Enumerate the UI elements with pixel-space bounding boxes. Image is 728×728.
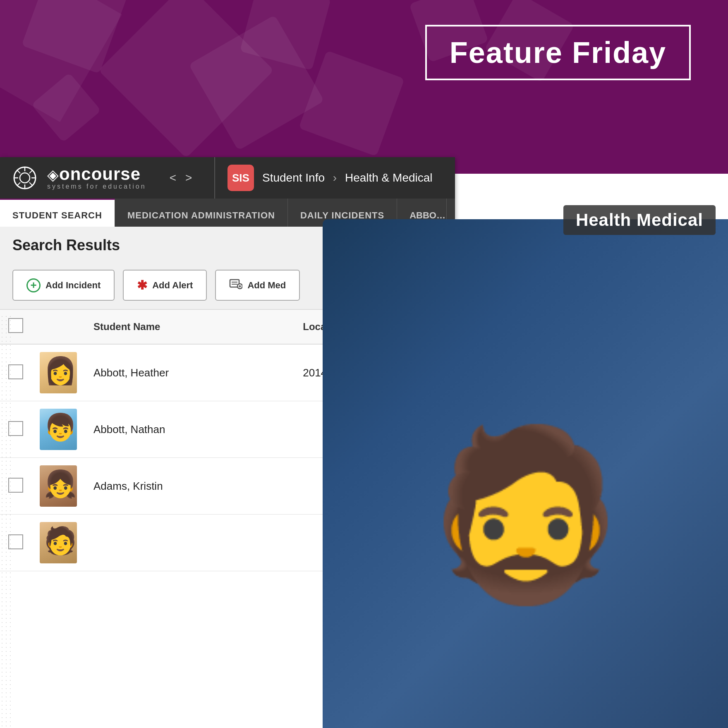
student-name[interactable]: Adams, Kristin [85,458,295,515]
breadcrumb: Student Info › Health & Medical [262,171,433,184]
svg-line-8 [29,170,32,173]
local-id: 201415213 [295,344,455,401]
svg-point-1 [20,173,30,183]
breadcrumb-section: SIS Student Info › Health & Medical [215,165,455,191]
med-icon [229,277,242,293]
add-alert-button[interactable]: ✱ Add Alert [123,270,207,301]
logo-icon [12,165,37,190]
local-id [295,401,455,458]
tab-daily-incidents[interactable]: DAILY INCIDENTS [288,199,397,227]
nav-bar: ◈oncourse systems for education < > SIS … [0,157,455,199]
logo-section: ◈oncourse systems for education < > [0,157,215,199]
row-photo-cell [31,458,85,515]
sis-badge: SIS [228,165,254,191]
add-incident-button[interactable]: + Add Incident [12,270,115,301]
svg-line-9 [17,182,20,185]
table-row [0,515,455,571]
row-photo-cell [31,344,85,401]
row-photo-cell [31,515,85,571]
nav-forward-icon[interactable]: > [182,170,195,186]
breadcrumb-student-info[interactable]: Student Info [262,171,325,184]
alert-star-icon: ✱ [137,278,147,292]
tab-abbo-partial[interactable]: ABBO… [397,199,447,227]
add-med-button[interactable]: Add Med [215,270,300,301]
student-photo [40,352,77,393]
nav-back-icon[interactable]: < [166,170,180,186]
header-student-name: Student Name [85,309,295,344]
dot-grid-decoration [0,314,13,728]
table-row: Abbott, Heather 201415213 [0,344,455,401]
logo-sub-text: systems for education [47,183,146,190]
breadcrumb-section-label[interactable]: Health & Medical [345,171,433,184]
search-results-header: Search Results [0,227,455,261]
table-row: Adams, Kristin [0,458,455,515]
breadcrumb-separator: › [333,171,340,184]
add-incident-icon: + [26,278,41,292]
student-photo [40,465,77,507]
health-medical-overlay: Health Medical [563,205,716,235]
header-photo-col [31,309,85,344]
header-local-id: Local ID [295,309,455,344]
student-name[interactable]: Abbott, Heather [85,344,295,401]
table-header: Student Name Local ID [0,309,455,344]
student-table: Student Name Local ID Abbott, Heather 20… [0,309,455,571]
tab-medication-admin[interactable]: MEDICATION ADMINISTRATION [115,199,288,227]
nav-arrows: < > [166,170,196,186]
local-id [295,515,455,571]
svg-line-6 [17,170,20,173]
logo-main-text: ◈oncourse [47,165,146,183]
feature-friday-box: Feature Friday [425,25,691,80]
student-name[interactable]: Abbott, Nathan [85,401,295,458]
logo-text-group: ◈oncourse systems for education [47,165,146,190]
feature-friday-text: Feature Friday [450,36,666,69]
student-photo [40,409,77,450]
search-results-title: Search Results [12,237,120,254]
svg-line-7 [29,182,32,185]
table-row: Abbott, Nathan [0,401,455,458]
action-buttons-row: + Add Incident ✱ Add Alert Add Med [0,261,455,309]
student-name [85,515,295,571]
local-id [295,458,455,515]
tab-student-search[interactable]: STUDENT SEARCH [0,199,115,227]
app-panel: ◈oncourse systems for education < > SIS … [0,157,455,728]
student-photo [40,522,77,563]
tabs-bar: STUDENT SEARCH MEDICATION ADMINISTRATION… [0,199,455,227]
row-photo-cell [31,401,85,458]
